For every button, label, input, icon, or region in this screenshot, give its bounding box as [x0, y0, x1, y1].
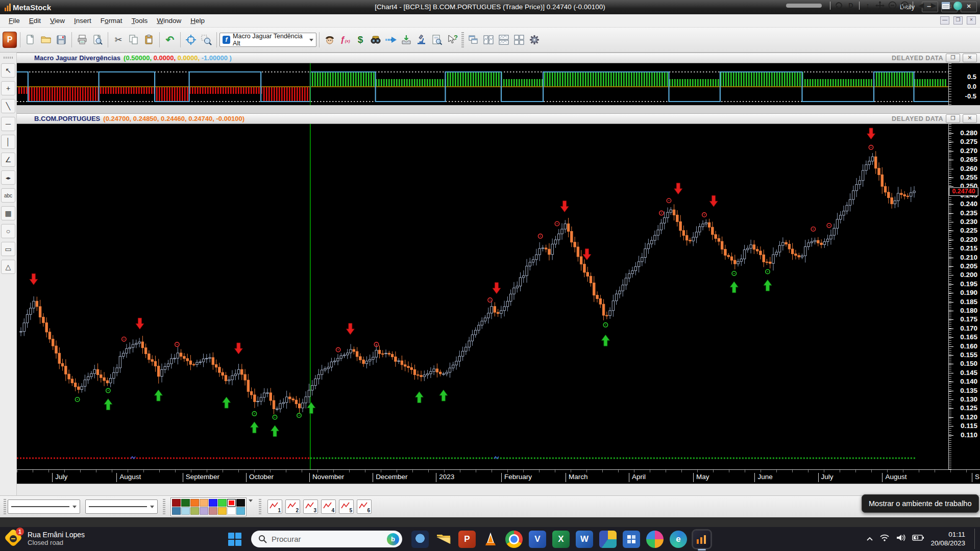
print-button[interactable]: [75, 32, 90, 48]
color-swatch[interactable]: [200, 507, 208, 515]
tile-horizontal-button[interactable]: [496, 32, 511, 48]
zoom-out-button[interactable]: [886, 1, 898, 10]
forecaster-button[interactable]: [383, 32, 399, 48]
price-restore-button[interactable]: ❐: [946, 114, 960, 123]
context-help-button[interactable]: ?: [445, 32, 460, 48]
menu-format[interactable]: Format: [96, 15, 127, 27]
color-swatch[interactable]: [190, 499, 199, 507]
menu-view[interactable]: View: [45, 15, 69, 27]
color-swatch[interactable]: [209, 507, 217, 515]
chart-layout-3-button[interactable]: 3: [303, 499, 318, 514]
taskbar-clock[interactable]: 01:11 20/08/2023: [930, 530, 965, 547]
angle-line-tool[interactable]: ∠: [1, 153, 15, 167]
scale-vertical-button[interactable]: ↕: [862, 1, 874, 10]
color-swatch[interactable]: [181, 499, 190, 507]
color-swatch[interactable]: [190, 507, 199, 515]
menu-tools[interactable]: Tools: [127, 15, 153, 27]
cycle-tool[interactable]: ◂▸: [1, 170, 15, 185]
indicator-restore-button[interactable]: ❐: [946, 54, 960, 62]
volume-icon[interactable]: [896, 534, 906, 544]
file-explorer-icon[interactable]: [435, 531, 452, 548]
menu-help[interactable]: Help: [186, 15, 209, 27]
text-tool[interactable]: abc: [1, 188, 15, 203]
options-scan-button[interactable]: $: [353, 32, 368, 48]
chart-layout-2-button[interactable]: 2: [285, 499, 300, 514]
chart-layout-1-button[interactable]: 1: [267, 499, 282, 514]
menu-edit[interactable]: Edit: [24, 15, 45, 27]
mdi-restore-icon[interactable]: ❐: [953, 16, 963, 24]
save-chart-button[interactable]: [54, 32, 69, 48]
color-swatch[interactable]: [236, 499, 245, 507]
scrollbar-thumb[interactable]: [786, 4, 822, 8]
search-input[interactable]: Procurar b: [251, 531, 402, 547]
battery-icon[interactable]: [912, 534, 924, 543]
powerpoint-icon[interactable]: P: [458, 531, 476, 548]
indicator-close-button[interactable]: ✕: [963, 54, 977, 62]
trendline-tool[interactable]: ╲: [1, 99, 15, 113]
start-button[interactable]: [228, 533, 241, 546]
indicator-builder-button[interactable]: ƒ(x): [337, 32, 353, 48]
chrome-icon[interactable]: [505, 531, 523, 548]
data-window-button[interactable]: [940, 1, 952, 10]
indicator-plot[interactable]: [17, 63, 948, 105]
menu-window[interactable]: Window: [152, 15, 186, 27]
taskbar-notification[interactable]: 1 Rua Ernâni Lopes Closed road: [5, 530, 85, 547]
color-swatch[interactable]: [209, 499, 217, 507]
color-swatch[interactable]: [218, 507, 227, 515]
color-swatch[interactable]: [218, 499, 227, 507]
vertical-line-tool[interactable]: │: [1, 135, 15, 149]
color-swatch[interactable]: [236, 507, 245, 515]
cascade-windows-button[interactable]: [465, 32, 481, 48]
line-weight-combo[interactable]: [85, 499, 158, 514]
crosshair-tool[interactable]: +: [1, 81, 15, 95]
pointer-tool[interactable]: ↖: [1, 63, 15, 78]
close-button[interactable]: ✕: [961, 2, 977, 12]
color-swatch[interactable]: [227, 507, 236, 515]
indicator-combo[interactable]: fMacro Jaguar Tendência Alt: [219, 33, 316, 47]
ellipse-tool[interactable]: ○: [1, 224, 15, 238]
wifi-icon[interactable]: [879, 534, 890, 544]
price-close-button[interactable]: ✕: [963, 114, 977, 123]
metastock-icon[interactable]: [693, 531, 710, 548]
photos-icon[interactable]: [646, 531, 664, 548]
report-button[interactable]: [429, 32, 445, 48]
zoom-in-button[interactable]: [898, 1, 911, 10]
crosshair-button[interactable]: [183, 32, 199, 48]
workspace-settings-button[interactable]: [527, 32, 542, 48]
rectangle-tool[interactable]: ▭: [1, 242, 15, 256]
color-swatch[interactable]: [181, 507, 190, 515]
color-swatch[interactable]: [227, 499, 236, 507]
panel-splitter[interactable]: [17, 105, 980, 114]
color-swatch[interactable]: [172, 507, 181, 515]
line-style-combo[interactable]: [8, 499, 80, 514]
new-chart-button[interactable]: [23, 32, 38, 48]
downloader-button[interactable]: [399, 32, 414, 48]
tile-grid-button[interactable]: [511, 32, 527, 48]
scroll-left-button[interactable]: ◀: [915, 1, 927, 10]
word-icon[interactable]: W: [576, 531, 593, 548]
power-console-button[interactable]: P: [2, 32, 17, 48]
menu-file[interactable]: File: [4, 15, 24, 27]
mdi-minimize-icon[interactable]: —: [940, 16, 949, 24]
print-preview-button[interactable]: [90, 32, 105, 48]
refresh-button[interactable]: [832, 1, 845, 10]
bing-icon[interactable]: b: [387, 533, 399, 545]
zoom-area-button[interactable]: [199, 32, 214, 48]
palette-dropdown[interactable]: [249, 502, 253, 511]
horizontal-line-tool[interactable]: ─: [1, 117, 15, 131]
cut-button[interactable]: ✂: [111, 32, 126, 48]
triangle-tool[interactable]: △: [1, 260, 15, 274]
visual-studio-icon[interactable]: V: [529, 531, 546, 548]
chart-layout-6-button[interactable]: 6: [357, 499, 372, 514]
system-tester-button[interactable]: [414, 32, 429, 48]
chart-layout-5-button[interactable]: 5: [339, 499, 354, 514]
edge-icon[interactable]: e: [670, 531, 687, 548]
pan-button[interactable]: [874, 1, 886, 10]
tray-chevron-icon[interactable]: [866, 534, 873, 543]
paste-button[interactable]: [141, 32, 157, 48]
calculator-icon[interactable]: [623, 531, 640, 548]
excel-icon[interactable]: X: [552, 531, 570, 548]
color-swatch[interactable]: [200, 499, 208, 507]
copy-button[interactable]: [126, 32, 141, 48]
tile-vertical-button[interactable]: [481, 32, 496, 48]
